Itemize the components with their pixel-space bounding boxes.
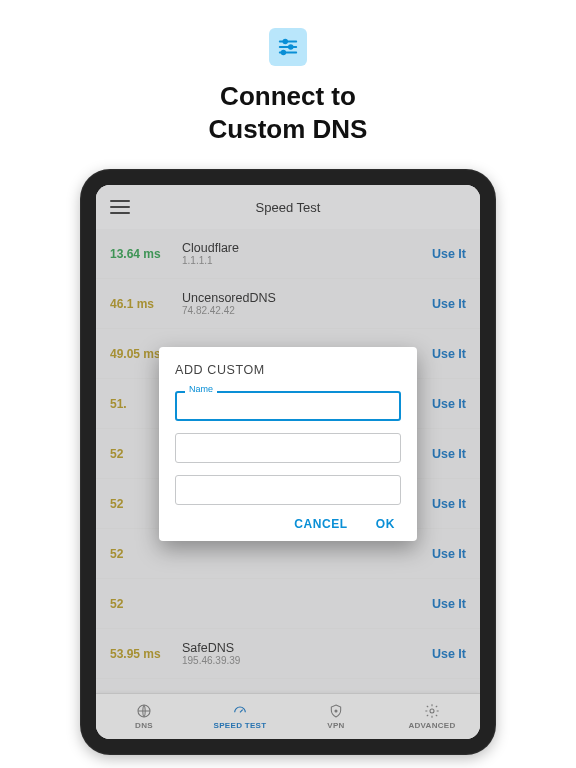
list-item: 52Use It: [96, 579, 480, 629]
sliders-icon: [269, 28, 307, 66]
use-it-button[interactable]: Use It: [432, 447, 466, 461]
svg-point-1: [283, 40, 287, 44]
title-line1: Connect to: [220, 81, 356, 111]
latency-value: 52: [110, 597, 182, 611]
use-it-button[interactable]: Use It: [432, 247, 466, 261]
dialog-title: ADD CUSTOM: [175, 363, 401, 377]
svg-point-9: [430, 709, 434, 713]
use-it-button[interactable]: Use It: [432, 297, 466, 311]
title-line2: Custom DNS: [209, 114, 368, 144]
server-name: SafeDNS: [182, 641, 432, 655]
page-title: Connect to Custom DNS: [209, 80, 368, 145]
tab-vpn-label: VPN: [327, 721, 344, 730]
use-it-button[interactable]: Use It: [432, 397, 466, 411]
server-name: Cloudflare: [182, 241, 432, 255]
server-info: SafeDNS195.46.39.39: [182, 641, 432, 666]
svg-point-8: [335, 710, 337, 712]
tab-vpn[interactable]: VPN: [288, 703, 384, 730]
tab-dns-label: DNS: [135, 721, 153, 730]
tab-speedtest[interactable]: SPEED TEST: [192, 703, 288, 730]
app-screen: Speed Test 13.64 msCloudflare1.1.1.1Use …: [96, 185, 480, 739]
tab-dns[interactable]: DNS: [96, 703, 192, 730]
tab-speedtest-label: SPEED TEST: [214, 721, 267, 730]
latency-value: 13.64 ms: [110, 247, 182, 261]
name-field-label: Name: [185, 384, 217, 394]
name-input[interactable]: [175, 391, 401, 421]
server-info: UncensoredDNS74.82.42.42: [182, 291, 432, 316]
bottom-tab-bar: DNS SPEED TEST VPN: [96, 693, 480, 739]
shield-icon: [328, 703, 344, 719]
svg-line-7: [240, 710, 243, 713]
gauge-icon: [232, 703, 248, 719]
use-it-button[interactable]: Use It: [432, 547, 466, 561]
field-3-wrapper: [175, 475, 401, 505]
globe-icon: [136, 703, 152, 719]
latency-value: 52: [110, 547, 182, 561]
dns-input-2[interactable]: [175, 475, 401, 505]
server-ip: 74.82.42.42: [182, 305, 432, 316]
svg-point-5: [282, 51, 286, 55]
add-custom-dialog: ADD CUSTOM Name CANCEL OK: [159, 347, 417, 541]
field-2-wrapper: [175, 433, 401, 463]
gear-icon: [424, 703, 440, 719]
server-name: UncensoredDNS: [182, 291, 432, 305]
use-it-button[interactable]: Use It: [432, 647, 466, 661]
tab-advanced-label: ADVANCED: [408, 721, 455, 730]
use-it-button[interactable]: Use It: [432, 347, 466, 361]
server-info: Cloudflare1.1.1.1: [182, 241, 432, 266]
tablet-frame: Speed Test 13.64 msCloudflare1.1.1.1Use …: [80, 169, 496, 755]
list-item: 46.1 msUncensoredDNS74.82.42.42Use It: [96, 279, 480, 329]
name-field-wrapper: Name: [175, 391, 401, 421]
dialog-actions: CANCEL OK: [175, 517, 401, 531]
use-it-button[interactable]: Use It: [432, 597, 466, 611]
use-it-button[interactable]: Use It: [432, 497, 466, 511]
list-item: 13.64 msCloudflare1.1.1.1Use It: [96, 229, 480, 279]
app-header: Speed Test: [96, 185, 480, 229]
ok-button[interactable]: OK: [376, 517, 395, 531]
server-ip: 1.1.1.1: [182, 255, 432, 266]
list-item: 53.95 msSafeDNS195.46.39.39Use It: [96, 629, 480, 679]
menu-icon[interactable]: [110, 197, 130, 217]
latency-value: 53.95 ms: [110, 647, 182, 661]
latency-value: 46.1 ms: [110, 297, 182, 311]
dns-input-1[interactable]: [175, 433, 401, 463]
app-header-title: Speed Test: [256, 200, 321, 215]
tab-advanced[interactable]: ADVANCED: [384, 703, 480, 730]
cancel-button[interactable]: CANCEL: [294, 517, 348, 531]
svg-point-3: [289, 45, 293, 49]
server-ip: 195.46.39.39: [182, 655, 432, 666]
